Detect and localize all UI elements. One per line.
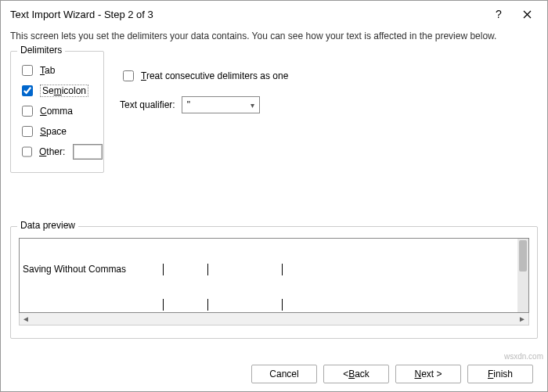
data-preview-group: Data preview Saving Without Commas Case … — [10, 226, 538, 339]
finish-button[interactable]: Finish — [467, 365, 533, 383]
treat-consecutive-label: Treat consecutive delimiters as one — [141, 70, 288, 81]
preview-content[interactable]: Saving Without Commas Case IDHomeRegionM… — [19, 238, 529, 313]
horizontal-scrollbar[interactable]: ◄ ► — [19, 313, 529, 325]
delimiter-semicolon-checkbox[interactable] — [22, 85, 33, 96]
cell — [207, 264, 283, 275]
close-button[interactable] — [513, 3, 541, 25]
scroll-right-icon[interactable]: ► — [516, 315, 528, 323]
text-qualifier-select[interactable]: " ▾ — [182, 96, 260, 113]
cell: Saving Without Commas — [23, 264, 164, 275]
dialog-body: Delimiters Tab Semicolon Comma Space — [1, 51, 547, 357]
delimiter-space-label: Space — [40, 126, 67, 137]
top-row: Delimiters Tab Semicolon Comma Space — [10, 51, 538, 179]
delimiter-semicolon-label: Semicolon — [40, 85, 88, 97]
cell — [282, 264, 360, 275]
scrollbar-track[interactable] — [517, 239, 528, 312]
delimiters-legend: Delimiters — [17, 45, 65, 56]
text-qualifier-row: Text qualifier: " ▾ — [120, 96, 288, 113]
text-qualifier-label: Text qualifier: — [120, 99, 175, 110]
delimiter-other-label: Other: — [39, 146, 65, 157]
table-row — [23, 299, 514, 311]
delimiter-other-row[interactable]: Other: — [19, 144, 96, 160]
window-title: Text Import Wizard - Step 2 of 3 — [10, 9, 485, 20]
delimiter-tab-checkbox[interactable] — [22, 65, 33, 76]
text-qualifier-value: " — [187, 99, 190, 110]
delimiters-group: Delimiters Tab Semicolon Comma Space — [10, 51, 104, 173]
cancel-button[interactable]: Cancel — [251, 365, 317, 383]
watermark-text: wsxdn.com — [504, 352, 543, 361]
help-button[interactable]: ? — [485, 3, 513, 25]
back-button[interactable]: < Back — [323, 365, 389, 383]
delimiter-comma-label: Comma — [40, 106, 73, 117]
delimiter-tab-label: Tab — [40, 65, 55, 76]
dialog-window: Text Import Wizard - Step 2 of 3 ? This … — [0, 0, 548, 392]
data-preview-legend: Data preview — [17, 220, 78, 231]
delimiter-other-checkbox[interactable] — [22, 146, 32, 157]
delimiter-space-row[interactable]: Space — [19, 124, 96, 139]
delimiter-comma-row[interactable]: Comma — [19, 103, 96, 119]
cell — [163, 299, 208, 311]
next-button[interactable]: Next > — [395, 365, 461, 383]
delimiter-other-input[interactable] — [73, 144, 103, 160]
footer-buttons: Cancel < Back Next > Finish — [1, 357, 547, 391]
table-row: Saving Without Commas — [23, 264, 514, 275]
delimiter-tab-row[interactable]: Tab — [19, 63, 96, 78]
vertical-scrollbar[interactable] — [517, 239, 528, 312]
cell — [23, 299, 164, 311]
cell — [163, 264, 208, 275]
titlebar: Text Import Wizard - Step 2 of 3 ? — [1, 1, 547, 27]
description-text: This screen lets you set the delimiters … — [1, 27, 547, 51]
treat-consecutive-checkbox[interactable] — [123, 70, 134, 81]
scroll-left-icon[interactable]: ◄ — [20, 315, 32, 323]
delimiter-space-checkbox[interactable] — [22, 126, 33, 137]
cell — [282, 299, 360, 311]
close-icon — [523, 10, 532, 19]
delimiter-semicolon-row[interactable]: Semicolon — [19, 83, 96, 99]
delimiter-comma-checkbox[interactable] — [22, 106, 33, 117]
preview-grid: Saving Without Commas Case IDHomeRegionM… — [20, 239, 517, 312]
treat-consecutive-row[interactable]: Treat consecutive delimiters as one — [120, 68, 288, 84]
scrollbar-thumb[interactable] — [519, 240, 527, 272]
right-column: Treat consecutive delimiters as one Text… — [120, 51, 288, 179]
chevron-down-icon: ▾ — [251, 101, 254, 110]
cell — [207, 299, 283, 311]
